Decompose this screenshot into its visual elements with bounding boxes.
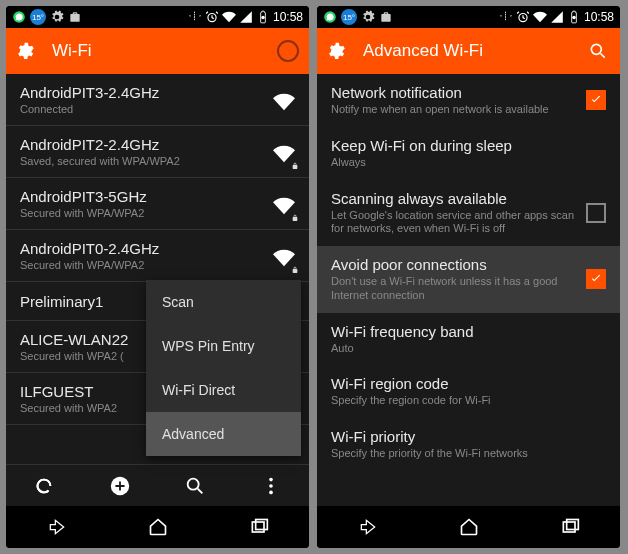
gear-icon[interactable]	[16, 41, 36, 61]
setting-title: Avoid poor connections	[331, 256, 576, 273]
wifi-network-item[interactable]: AndroidPIT3-2.4GHz Connected	[6, 74, 309, 126]
signal-icon	[550, 10, 564, 24]
phone-left: 15° 10:58 Wi-Fi AndroidPIT3-2.4GHz	[6, 6, 309, 548]
nav-bar	[317, 506, 620, 548]
setting-subtitle: Don't use a Wi-Fi network unless it has …	[331, 275, 576, 303]
svg-rect-9	[255, 520, 267, 530]
signal-icon	[239, 10, 253, 24]
setting-title: Network notification	[331, 84, 576, 101]
nav-bar	[6, 506, 309, 548]
svg-rect-15	[566, 520, 578, 530]
wifi-network-name: AndroidPIT3-2.4GHz	[20, 84, 273, 101]
wifi-network-item[interactable]: AndroidPIT2-2.4GHz Saved, secured with W…	[6, 126, 309, 178]
checkbox[interactable]	[586, 90, 606, 110]
back-button[interactable]	[43, 513, 71, 541]
menu-item-wps-pin-entry[interactable]: WPS Pin Entry	[146, 324, 301, 368]
setting-subtitle: Always	[331, 156, 596, 170]
wifi-network-status: Secured with WPA/WPA2	[20, 259, 273, 271]
battery-icon	[256, 10, 270, 24]
setting-item[interactable]: Network notification Notify me when an o…	[317, 74, 620, 127]
menu-item-wi-fi-direct[interactable]: Wi-Fi Direct	[146, 368, 301, 412]
status-time: 10:58	[584, 10, 614, 24]
wifi-network-item[interactable]: AndroidPIT0-2.4GHz Secured with WPA/WPA2	[6, 230, 309, 282]
svg-rect-14	[563, 522, 575, 532]
vibrate-icon	[188, 10, 202, 24]
recents-button[interactable]	[556, 513, 584, 541]
setting-subtitle: Notify me when an open network is availa…	[331, 103, 576, 117]
svg-point-13	[591, 44, 601, 54]
home-button[interactable]	[144, 513, 172, 541]
svg-point-7	[269, 490, 273, 494]
setting-title: Keep Wi-Fi on during sleep	[331, 137, 596, 154]
svg-point-6	[269, 484, 273, 488]
wifi-signal-icon	[273, 195, 295, 213]
setting-subtitle: Specify the region code for Wi-Fi	[331, 394, 596, 408]
search-button[interactable]	[181, 472, 209, 500]
battery-icon	[567, 10, 581, 24]
bottom-toolbar	[6, 464, 309, 506]
checkbox[interactable]	[586, 269, 606, 289]
phone-right: 15° 10:58 Advanced Wi-Fi Network notific…	[317, 6, 620, 548]
wifi-signal-icon	[273, 91, 295, 109]
wifi-network-item[interactable]: AndroidPIT3-5GHz Secured with WPA/WPA2	[6, 178, 309, 230]
status-bar: 15° 10:58	[6, 6, 309, 28]
briefcase-icon	[68, 10, 82, 24]
setting-item[interactable]: Wi-Fi priority Specify the priority of t…	[317, 418, 620, 471]
setting-item[interactable]: Wi-Fi frequency band Auto	[317, 313, 620, 366]
wifi-status-icon	[533, 10, 547, 24]
wifi-network-status: Saved, secured with WPA/WPA2	[20, 155, 273, 167]
vibrate-icon	[499, 10, 513, 24]
setting-subtitle: Specify the priority of the Wi-Fi networ…	[331, 447, 596, 461]
setting-item[interactable]: Avoid poor connections Don't use a Wi-Fi…	[317, 246, 620, 313]
wifi-network-name: AndroidPIT0-2.4GHz	[20, 240, 273, 257]
weather-icon: 15°	[30, 9, 46, 25]
briefcase-icon	[379, 10, 393, 24]
svg-rect-8	[252, 522, 264, 532]
whatsapp-icon	[323, 10, 337, 24]
overflow-menu: ScanWPS Pin EntryWi-Fi DirectAdvanced	[146, 280, 301, 456]
setting-title: Scanning always available	[331, 190, 576, 207]
gear-small-icon	[361, 10, 375, 24]
wifi-network-name: AndroidPIT3-5GHz	[20, 188, 273, 205]
alarm-icon	[516, 10, 530, 24]
setting-subtitle: Let Google's location service and other …	[331, 209, 576, 237]
svg-point-12	[572, 16, 576, 19]
svg-point-5	[269, 477, 273, 481]
svg-point-2	[261, 16, 265, 19]
wifi-signal-icon	[273, 143, 295, 161]
svg-point-4	[188, 478, 199, 489]
setting-item[interactable]: Keep Wi-Fi on during sleep Always	[317, 127, 620, 180]
wifi-toggle[interactable]	[277, 40, 299, 62]
recents-button[interactable]	[245, 513, 273, 541]
status-time: 10:58	[273, 10, 303, 24]
more-button[interactable]	[257, 472, 285, 500]
wifi-list: AndroidPIT3-2.4GHz Connected AndroidPIT2…	[6, 74, 309, 506]
checkbox[interactable]	[586, 203, 606, 223]
weather-icon: 15°	[341, 9, 357, 25]
back-button[interactable]	[354, 513, 382, 541]
wifi-status-icon	[222, 10, 236, 24]
search-icon[interactable]	[586, 39, 610, 63]
whatsapp-icon	[12, 10, 26, 24]
refresh-button[interactable]	[30, 472, 58, 500]
add-network-button[interactable]	[106, 472, 134, 500]
home-button[interactable]	[455, 513, 483, 541]
app-bar-title: Advanced Wi-Fi	[363, 41, 586, 61]
wifi-network-status: Connected	[20, 103, 273, 115]
wifi-signal-icon	[273, 247, 295, 265]
setting-subtitle: Auto	[331, 342, 596, 356]
setting-title: Wi-Fi frequency band	[331, 323, 596, 340]
setting-item[interactable]: Wi-Fi region code Specify the region cod…	[317, 365, 620, 418]
gear-icon[interactable]	[327, 41, 347, 61]
app-bar-title: Wi-Fi	[52, 41, 277, 61]
gear-small-icon	[50, 10, 64, 24]
alarm-icon	[205, 10, 219, 24]
app-bar: Wi-Fi	[6, 28, 309, 74]
menu-item-advanced[interactable]: Advanced	[146, 412, 301, 456]
menu-item-scan[interactable]: Scan	[146, 280, 301, 324]
setting-item[interactable]: Scanning always available Let Google's l…	[317, 180, 620, 247]
status-bar: 15° 10:58	[317, 6, 620, 28]
wifi-network-name: AndroidPIT2-2.4GHz	[20, 136, 273, 153]
wifi-network-status: Secured with WPA/WPA2	[20, 207, 273, 219]
app-bar: Advanced Wi-Fi	[317, 28, 620, 74]
